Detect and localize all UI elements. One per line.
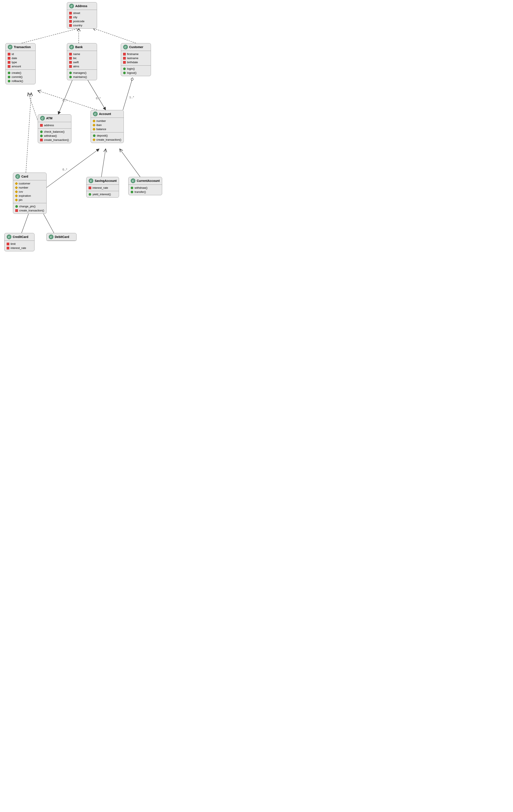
attribute-label: customer [19,182,30,185]
method-label: check_balance() [44,130,64,133]
class-atm: CATMaddresscheck_balance()withdraw()crea… [38,114,71,143]
class-name-label: Customer [129,45,143,49]
method-label: withdraw() [44,134,57,138]
method-label: deposit() [97,134,108,137]
red-square-indicator [8,65,10,68]
attribute-label: iban [96,123,102,127]
green-circle-indicator [8,76,10,78]
red-square-indicator [69,61,72,64]
attribute-item: number [93,119,121,123]
svg-line-9 [123,78,132,110]
yellow-diamond-indicator [15,186,18,189]
method-item: withdraw() [40,134,69,138]
attribute-label: number [96,119,106,122]
class-header-customer: CCustomer [121,44,151,51]
method-label: create_transaction() [44,138,69,142]
class-c-icon: C [131,178,135,183]
attribute-item: bic [69,56,95,60]
attribute-item: country [69,23,95,27]
class-bank: CBanknamebicswiftatmsmanages()maintains(… [67,43,97,80]
class-c-icon: C [7,234,11,239]
attribute-label: bic [73,57,77,60]
attribute-item: postcode [69,19,95,23]
svg-line-7 [86,78,105,110]
attribute-label: birthdate [127,61,138,64]
method-label: logout() [127,71,137,75]
red-square-indicator [69,16,72,19]
attribute-item: amount [8,64,33,68]
attribute-label: swift [73,61,79,64]
class-header-bank: CBank [67,44,97,51]
attribute-item: customer [15,181,44,185]
red-square-indicator [123,61,126,64]
attribute-item: cvv [15,190,44,194]
class-transaction: CTransactioniddatetypeamountcreate()comm… [5,43,36,84]
green-circle-indicator [131,186,133,189]
attributes-section: firstnamelastnamebirthdate [121,51,151,65]
method-item: login() [123,67,149,71]
method-item: yield_interest() [89,192,117,196]
class-name-label: Account [99,112,111,116]
attribute-item: number [15,185,44,190]
red-square-indicator [69,20,72,23]
attribute-item: pin [15,198,44,202]
svg-line-16 [101,149,105,177]
methods-section: manages()maintains() [67,70,97,80]
class-name-label: Card [21,175,28,178]
green-circle-indicator [40,135,43,137]
yellow-diamond-indicator [92,123,95,126]
attributes-section: numberibanbalance [91,118,124,133]
attribute-label: limit [10,242,16,245]
red-square-indicator [69,53,72,55]
red-square-indicator [69,24,72,27]
yellow-diamond-indicator [15,198,18,201]
attribute-item: atms [69,64,95,68]
attribute-item: id [8,52,33,56]
yellow-diamond-indicator [15,182,18,185]
green-circle-indicator [131,191,133,193]
attributes-section: iddatetypeamount [6,51,35,70]
method-item: check_balance() [40,129,69,134]
svg-text:0...*: 0...* [63,99,67,102]
attribute-label: pin [19,198,23,202]
method-item: change_pin() [15,204,44,208]
green-circle-indicator [69,76,72,78]
red-square-indicator [8,53,10,55]
svg-line-2 [22,28,80,43]
class-header-currentaccount: CCurrentAccount [128,177,162,185]
attribute-label: interest_rate [92,186,108,190]
green-circle-indicator [8,71,10,74]
method-item: manages() [69,71,95,75]
uml-diagram: 0...* 0...* 1...* 0...* CAddressstreetci… [0,0,181,287]
red-square-indicator [89,186,91,189]
red-square-indicator [69,65,72,68]
class-name-label: ATM [46,116,52,120]
attribute-item: swift [69,60,95,64]
method-item: maintains() [69,75,95,79]
class-header-debitcard: CDebitCard [47,233,76,241]
class-c-icon: C [89,178,93,183]
yellow-diamond-indicator [15,190,18,193]
class-name-label: CreditCard [13,235,28,239]
method-item: logout() [123,71,149,75]
class-name-label: Address [75,4,87,8]
attributes-section: limitinterest_rate [4,241,34,251]
class-creditcard: CCreditCardlimitinterest_rate [4,233,34,251]
method-label: manages() [73,71,87,75]
attribute-label: number [19,186,28,189]
red-square-indicator [8,61,10,64]
class-c-icon: C [49,234,54,239]
class-header-atm: CATM [38,115,71,122]
attribute-label: lastname [127,57,139,60]
attribute-label: city [73,16,78,19]
method-label: change_pin() [19,205,36,208]
method-item: rollback() [8,79,33,83]
attribute-label: date [12,57,17,60]
methods-section: change_pin()create_transaction() [13,203,47,213]
green-circle-indicator [40,130,43,133]
class-name-label: Bank [75,45,83,49]
class-c-icon: C [93,112,98,116]
green-circle-indicator [8,80,10,82]
class-header-address: CAddress [67,2,97,10]
red-square-indicator [15,209,18,212]
